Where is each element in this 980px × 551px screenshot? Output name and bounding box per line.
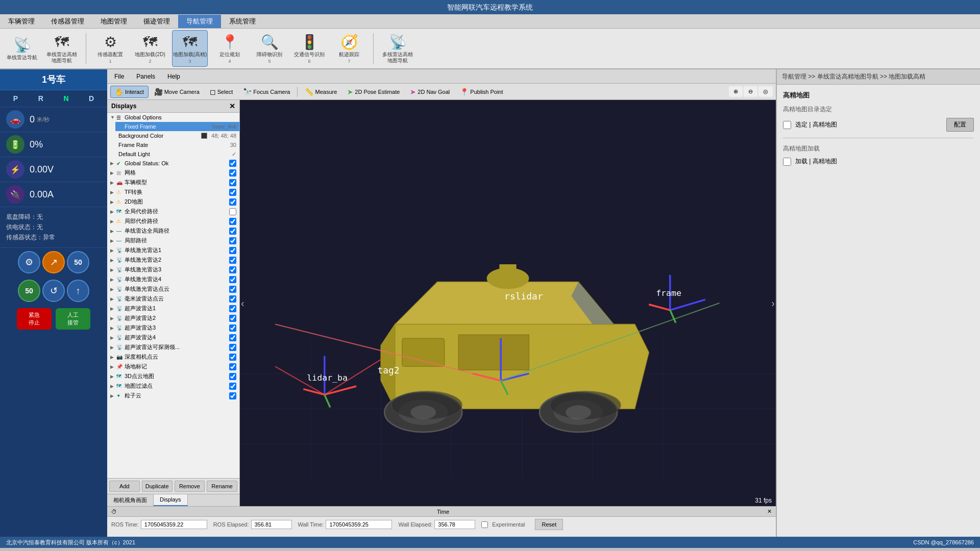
tree-depth-cloud[interactable]: ▶ 📷 深度相机点云 xyxy=(107,352,239,362)
3d-viewport[interactable]: rslidar tag2 lidar_ba frame ‹ › 31 fps xyxy=(240,100,776,506)
position-plan-btn[interactable]: 📍 定位规划 4 xyxy=(212,30,248,67)
particles-checkbox[interactable] xyxy=(229,392,236,399)
config-btn[interactable]: 配置 xyxy=(946,118,974,132)
tree-local-route[interactable]: ▶ — 局部路径 xyxy=(107,236,239,245)
tree-tf[interactable]: ▶ ⚠ TF转换 xyxy=(107,187,239,197)
frame-rate-item[interactable]: Frame Rate 30 xyxy=(115,140,239,149)
gear-r[interactable]: R xyxy=(34,93,47,104)
view-arrow-left[interactable]: ‹ xyxy=(241,297,244,309)
add-display-btn[interactable]: Add xyxy=(109,481,140,492)
ultrasonic2-checkbox[interactable] xyxy=(229,315,236,322)
camera-view-tab[interactable]: 相机视角画面 xyxy=(107,494,154,506)
rviz-zoom-in[interactable]: ⊕ xyxy=(729,86,743,97)
ultrasonic-detect-checkbox[interactable] xyxy=(229,344,236,351)
menu-map[interactable]: 地图管理 xyxy=(92,15,135,28)
time-close-btn[interactable]: ✕ xyxy=(767,508,772,515)
gear-d[interactable]: D xyxy=(85,93,98,104)
load-hd-map-checkbox[interactable] xyxy=(783,158,791,166)
tree-lidar2[interactable]: ▶ 📡 单线激光雷达2 xyxy=(107,255,239,265)
menu-car[interactable]: 车辆管理 xyxy=(0,15,43,28)
reset-btn[interactable]: Reset xyxy=(535,519,563,530)
global-path-checkbox[interactable] xyxy=(229,208,236,215)
ultrasonic4-checkbox[interactable] xyxy=(229,334,236,341)
fixed-frame-item[interactable]: Fixed Frame base_link xyxy=(115,122,239,131)
map-load-hd-btn[interactable]: 🗺 地图加载(高精) 3 xyxy=(172,30,208,67)
tree-ultrasonic3[interactable]: ▶ 📡 超声波雷达3 xyxy=(107,323,239,333)
single-lidar-hd-btn[interactable]: 🗺 单线雷达高精地图导航 xyxy=(44,30,80,67)
tree-ultrasonic4[interactable]: ▶ 📡 超声波雷达4 xyxy=(107,333,239,342)
ctrl-btn-1[interactable]: ⚙ xyxy=(18,251,40,273)
tree-lidar1[interactable]: ▶ 📡 单线激光雷达1 xyxy=(107,245,239,255)
ultrasonic1-checkbox[interactable] xyxy=(229,305,236,312)
ctrl-btn-5[interactable]: ↺ xyxy=(42,280,65,302)
move-camera-tool[interactable]: 🎥 Move Camera xyxy=(150,86,204,98)
ctrl-btn-3[interactable]: 50 xyxy=(67,251,89,273)
rviz-fit[interactable]: ◎ xyxy=(758,86,773,97)
tree-ultrasonic2[interactable]: ▶ 📡 超声波雷达2 xyxy=(107,313,239,323)
tree-grid[interactable]: ▶ ▦ 网格 xyxy=(107,168,239,178)
wall-time-input[interactable] xyxy=(326,520,392,529)
tree-local-path[interactable]: ▶ ⚠ 局部代价路径 xyxy=(107,216,239,226)
menu-nav[interactable]: 导航管理 xyxy=(178,15,221,28)
tree-2d-map[interactable]: ▶ ⚠ 2D地图 xyxy=(107,197,239,207)
ultrasonic3-checkbox[interactable] xyxy=(229,324,236,332)
tree-ultrasonic-detect[interactable]: ▶ 📡 超声波雷达可探测领... xyxy=(107,342,239,352)
lidar2-checkbox[interactable] xyxy=(229,257,236,264)
default-light-item[interactable]: Default Light ✓ xyxy=(115,149,239,159)
tree-lidar-cloud[interactable]: ▶ 📡 单线激光雷达点云 xyxy=(107,284,239,294)
ctrl-btn-6[interactable]: ↑ xyxy=(67,280,89,302)
view-arrow-right[interactable]: › xyxy=(771,297,775,309)
interact-tool[interactable]: ✋ Interact xyxy=(110,86,149,98)
experimental-checkbox[interactable] xyxy=(481,521,488,528)
global-status-item[interactable]: ▶ ✔ Global Status: Ok xyxy=(107,159,239,168)
wall-elapsed-input[interactable] xyxy=(434,520,475,529)
tree-lidar4[interactable]: ▶ 📡 单线激光雷达4 xyxy=(107,274,239,284)
lidar1-checkbox[interactable] xyxy=(229,247,236,254)
2d-nav-tool[interactable]: ➤ 2D Nav Goal xyxy=(405,86,454,98)
rename-display-btn[interactable]: Rename xyxy=(207,481,237,492)
global-status-checkbox[interactable] xyxy=(229,160,236,167)
tree-particles[interactable]: ▶ ✦ 粒子云 xyxy=(107,391,239,400)
tree-single-global[interactable]: ▶ — 单线雷达全局路径 xyxy=(107,226,239,236)
menu-track[interactable]: 循迹管理 xyxy=(135,15,178,28)
3d-lidar-map-checkbox[interactable] xyxy=(229,373,236,380)
traffic-sign-btn[interactable]: 🚦 交通信号识别 6 xyxy=(291,30,327,67)
tree-mmwave[interactable]: ▶ 📡 毫米波雷达点云 xyxy=(107,294,239,304)
duplicate-display-btn[interactable]: Duplicate xyxy=(142,481,173,492)
displays-view-tab[interactable]: Displays xyxy=(154,494,188,506)
tree-markers[interactable]: ▶ 📌 场地标记 xyxy=(107,362,239,371)
tree-map-filter[interactable]: ▶ 🗺 地图过滤点 xyxy=(107,381,239,391)
tree-lidar3[interactable]: ▶ 📡 单线激光雷达3 xyxy=(107,265,239,274)
gear-n[interactable]: N xyxy=(59,93,72,104)
rviz-zoom-out[interactable]: ⊖ xyxy=(744,86,757,97)
lidar-cloud-checkbox[interactable] xyxy=(229,286,236,293)
ros-time-input[interactable] xyxy=(141,520,207,529)
markers-checkbox[interactable] xyxy=(229,363,236,370)
select-hd-map-checkbox[interactable] xyxy=(783,121,791,129)
lidar4-checkbox[interactable] xyxy=(229,276,236,283)
map-filter-checkbox[interactable] xyxy=(229,383,236,390)
rviz-menu-help[interactable]: Help xyxy=(164,72,183,81)
depth-cloud-checkbox[interactable] xyxy=(229,354,236,361)
2d-pose-tool[interactable]: ➤ 2D Pose Estimate xyxy=(342,86,404,98)
2d-map-checkbox[interactable] xyxy=(229,198,236,206)
focus-camera-tool[interactable]: 🔭 Focus Camera xyxy=(238,86,295,98)
multi-lidar-btn[interactable]: 📡 多线雷达高精地图导航 xyxy=(380,30,415,67)
tree-ultrasonic1[interactable]: ▶ 📡 超声波雷达1 xyxy=(107,304,239,313)
select-tool[interactable]: ◻ Select xyxy=(205,86,238,98)
tree-3d-lidar-map[interactable]: ▶ 🗺 3D点云地图 xyxy=(107,371,239,381)
global-options-item[interactable]: ▼ ☰ Global Options xyxy=(107,113,239,122)
menu-sys[interactable]: 系统管理 xyxy=(221,15,264,28)
local-path-checkbox[interactable] xyxy=(229,218,236,225)
gear-p[interactable]: P xyxy=(9,93,22,104)
ai-takeover-btn[interactable]: 人工接管 xyxy=(56,308,90,330)
rviz-menu-file[interactable]: File xyxy=(111,72,127,81)
single-global-checkbox[interactable] xyxy=(229,228,236,235)
publish-point-tool[interactable]: 📍 Publish Point xyxy=(455,86,507,98)
ctrl-btn-2[interactable]: ↗ xyxy=(42,251,65,273)
menu-sensor[interactable]: 传感器管理 xyxy=(43,15,92,28)
ctrl-btn-4[interactable]: 50 xyxy=(18,280,40,302)
tree-global-path[interactable]: ▶ 🗺 全局代价路径 xyxy=(107,207,239,216)
measure-tool[interactable]: 📏 Measure xyxy=(300,86,341,98)
rviz-menu-panels[interactable]: Panels xyxy=(133,72,158,81)
